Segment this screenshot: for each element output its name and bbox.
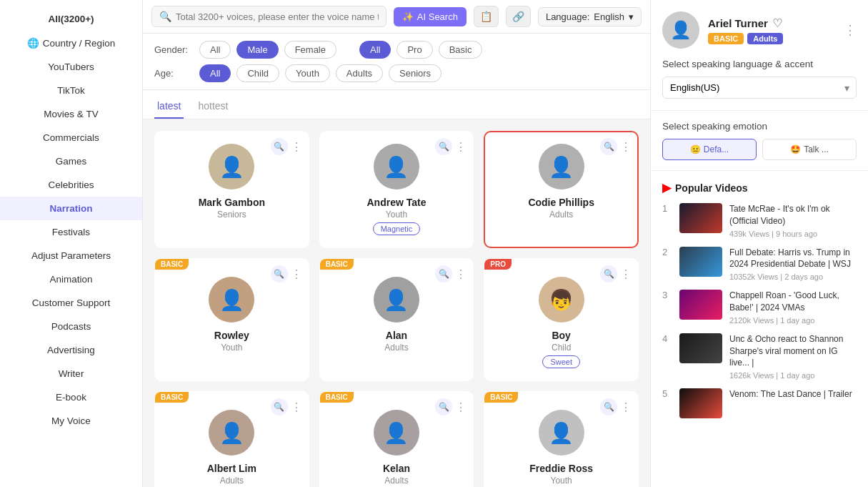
sidebar-item-writer[interactable]: Writer (0, 362, 142, 385)
search-input[interactable] (176, 11, 379, 22)
video-item-2[interactable]: 2 Full Debate: Harris vs. Trump in 2024 … (662, 247, 857, 282)
voice-card-mark-gambon[interactable]: 🔍 ⋮ 👤 Mark Gambon Seniors (154, 131, 309, 248)
sidebar-item-narration[interactable]: Narration (0, 197, 142, 220)
more-btn-1[interactable]: ⋮ (291, 140, 302, 154)
video-thumb-3 (679, 290, 722, 320)
emotion-default-btn[interactable]: 😐 Defa... (662, 139, 757, 160)
more-btn-7[interactable]: ⋮ (291, 400, 302, 414)
video-item-4[interactable]: 4 Unc & Ocho react to Shannon Sharpe's v… (662, 333, 857, 380)
sidebar-item-movies-tv[interactable]: Movies & TV (0, 102, 142, 126)
voice-age-6: Child (497, 343, 626, 353)
badge-alan: BASIC (320, 259, 354, 270)
sidebar-item-animation[interactable]: Animation (0, 267, 142, 291)
icon-button-2[interactable]: 🔗 (506, 6, 531, 27)
youtube-icon: ▶ (662, 181, 671, 195)
emotion-section: Select speaking emotion 😐 Defa... 🤩 Talk… (651, 111, 868, 171)
sidebar-item-festivals[interactable]: Festivals (0, 220, 142, 244)
more-btn-4[interactable]: ⋮ (291, 267, 302, 281)
voice-name-9: Freddie Ross (497, 463, 626, 474)
more-btn-2[interactable]: ⋮ (455, 140, 467, 154)
video-title-4: Unc & Ocho react to Shannon Sharpe's vir… (729, 333, 857, 369)
search-box[interactable]: 🔍 (151, 6, 386, 27)
voice-card-andrew-tate[interactable]: 🔍 ⋮ 👤 Andrew Tate Youth Magnetic (319, 131, 474, 248)
card-actions-3: 🔍 ⋮ (600, 138, 632, 155)
search-voice-btn-3[interactable]: 🔍 (600, 138, 617, 155)
sidebar-item-country-region[interactable]: 🌐 Country / Region (0, 31, 142, 55)
more-btn-9[interactable]: ⋮ (620, 400, 632, 414)
age-label: Age: (154, 68, 194, 79)
sidebar-item-games[interactable]: Games (0, 149, 142, 173)
sidebar-item-adjust-parameters[interactable]: Adjust Parameters (0, 244, 142, 267)
sidebar-item-advertising[interactable]: Advertising (0, 338, 142, 362)
plan-all-btn[interactable]: All (359, 41, 391, 59)
voice-card-albert-lim[interactable]: BASIC 🔍 ⋮ 👤 Albert Lim Adults (154, 391, 309, 487)
gender-female-btn[interactable]: Female (284, 41, 336, 59)
search-voice-btn-6[interactable]: 🔍 (600, 265, 617, 282)
more-btn-5[interactable]: ⋮ (455, 267, 467, 281)
voice-card-freddie-ross[interactable]: BASIC 🔍 ⋮ 👤 Freddie Ross Youth (484, 391, 639, 487)
speaking-language-select[interactable]: English(US) English(UK) Spanish (662, 77, 857, 99)
age-youth-btn[interactable]: Youth (285, 64, 330, 82)
search-voice-btn-4[interactable]: 🔍 (271, 265, 288, 282)
ai-search-button[interactable]: ✨ AI Search (394, 7, 467, 26)
voice-age-3: Adults (497, 210, 626, 220)
sidebar-item-e-book[interactable]: E-book (0, 385, 142, 409)
gender-label: Gender: (154, 44, 194, 55)
tab-latest[interactable]: latest (154, 96, 184, 119)
profile-badge-basic: BASIC (708, 33, 744, 44)
search-voice-btn-5[interactable]: 🔍 (435, 265, 452, 282)
gender-male-btn[interactable]: Male (236, 41, 278, 59)
video-info-3: Chappell Roan - 'Good Luck, Babe!' | 202… (729, 290, 857, 325)
video-item-5[interactable]: 5 Venom: The Last Dance | Trailer (662, 388, 857, 418)
heart-icon[interactable]: ♡ (772, 16, 782, 30)
speaking-language-dropdown[interactable]: English(US) English(UK) Spanish (662, 77, 857, 99)
sidebar-item-commercials[interactable]: Commercials (0, 126, 142, 149)
search-voice-btn-8[interactable]: 🔍 (435, 398, 452, 415)
voice-name-5: Alan (332, 330, 462, 341)
voice-card-kelan[interactable]: BASIC 🔍 ⋮ 👤 Kelan Adults (319, 391, 474, 487)
gender-filter-row: Gender: All Male Female All Pro Basic (154, 41, 639, 59)
sidebar-item-tiktok[interactable]: TikTok (0, 79, 142, 102)
search-voice-btn-2[interactable]: 🔍 (435, 138, 452, 155)
more-btn-8[interactable]: ⋮ (455, 400, 467, 414)
emotion-label: Select speaking emotion (662, 121, 857, 132)
sidebar-item-my-voice[interactable]: My Voice (0, 409, 142, 433)
plan-basic-btn[interactable]: Basic (439, 41, 483, 59)
voice-card-rowley[interactable]: BASIC 🔍 ⋮ 👤 Rowley Youth (154, 258, 309, 381)
icon-button-1[interactable]: 📋 (474, 6, 499, 27)
emotion-talk-btn[interactable]: 🤩 Talk ... (762, 139, 857, 160)
age-child-btn[interactable]: Child (236, 64, 279, 82)
voice-grid-container: 🔍 ⋮ 👤 Mark Gambon Seniors 🔍 ⋮ 👤 Andrew T… (143, 119, 650, 487)
language-selector[interactable]: Language: English ▾ (538, 7, 642, 26)
voice-card-codie-phillips[interactable]: 🔍 ⋮ 👤 Codie Phillips Adults (484, 131, 639, 248)
more-btn-3[interactable]: ⋮ (620, 140, 632, 154)
tab-hottest[interactable]: hottest (195, 96, 231, 119)
voice-age-9: Youth (497, 476, 626, 486)
chevron-down-icon: ▾ (629, 11, 634, 22)
sidebar-item-podcasts[interactable]: Podcasts (0, 315, 142, 338)
card-actions-4: 🔍 ⋮ (271, 265, 302, 282)
video-item-1[interactable]: 1 Tate McRae - It's ok I'm ok (Official … (662, 203, 857, 238)
search-voice-btn-7[interactable]: 🔍 (271, 398, 288, 415)
voice-name-7: Albert Lim (167, 463, 296, 474)
voice-name-2: Andrew Tate (332, 197, 462, 208)
video-item-3[interactable]: 3 Chappell Roan - 'Good Luck, Babe!' | 2… (662, 290, 857, 325)
age-seniors-btn[interactable]: Seniors (389, 64, 442, 82)
voice-card-boy[interactable]: PRO 🔍 ⋮ 👦 Boy Child Sweet (484, 258, 639, 381)
search-voice-btn-9[interactable]: 🔍 (600, 398, 617, 415)
sidebar-item-customer-support[interactable]: Customer Support (0, 291, 142, 315)
voice-card-alan[interactable]: BASIC 🔍 ⋮ 👤 Alan Adults (319, 258, 474, 381)
search-voice-btn-1[interactable]: 🔍 (271, 138, 288, 155)
more-btn-6[interactable]: ⋮ (620, 267, 632, 281)
plan-pro-btn[interactable]: Pro (396, 41, 432, 59)
popular-videos-title: ▶ Popular Videos (662, 181, 857, 195)
sidebar-item-all[interactable]: All(3200+) (0, 7, 142, 31)
age-adults-btn[interactable]: Adults (336, 64, 383, 82)
voice-age-1: Seniors (167, 210, 296, 220)
sidebar-item-youtubers[interactable]: YouTubers (0, 55, 142, 79)
age-all-btn[interactable]: All (199, 64, 231, 82)
gender-all-btn[interactable]: All (199, 41, 231, 59)
sidebar-item-celebrities[interactable]: Celebrities (0, 173, 142, 197)
video-thumb-1 (679, 203, 722, 233)
profile-more-button[interactable]: ⋮ (844, 22, 857, 38)
